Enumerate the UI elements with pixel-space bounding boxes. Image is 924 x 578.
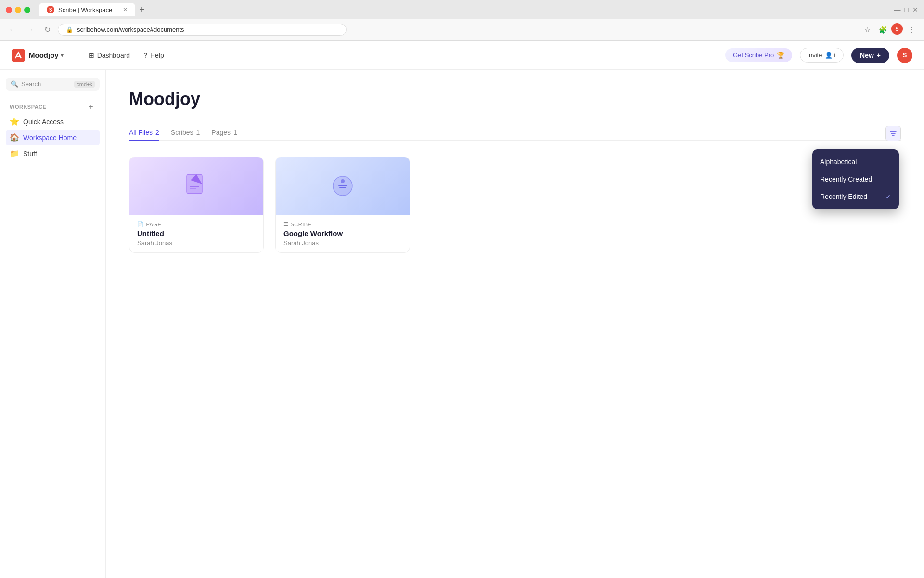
help-nav-item[interactable]: ? Help	[138, 49, 170, 62]
invite-label: Invite	[807, 52, 822, 59]
page-thumb-icon	[181, 171, 212, 201]
bookmark-icon[interactable]: ☆	[860, 23, 874, 37]
app: Moodjoy ▾ ⊞ Dashboard ? Help Get Scribe …	[0, 41, 924, 578]
page-type-icon: 📄	[137, 221, 144, 227]
invite-button[interactable]: Invite 👤+	[800, 48, 844, 63]
sidebar-item-stuff[interactable]: 📁 Stuff	[6, 145, 100, 161]
page-card-name: Untitled	[137, 229, 256, 237]
main-layout: 🔍 Search cmd+k WORKSPACE + ⭐ Quick Acces…	[0, 70, 924, 578]
topbar: Moodjoy ▾ ⊞ Dashboard ? Help Get Scribe …	[0, 41, 924, 70]
tab-scribes[interactable]: Scribes 1	[171, 125, 200, 141]
back-button[interactable]: ←	[6, 23, 19, 37]
sidebar-item-quick-access[interactable]: ⭐ Quick Access	[6, 114, 100, 130]
logo-area: Moodjoy ▾	[12, 49, 64, 62]
page-card-type: 📄 PAGE	[137, 221, 256, 227]
dashboard-icon: ⊞	[89, 52, 94, 59]
workspace-selector[interactable]: Moodjoy ▾	[29, 51, 64, 59]
help-label: Help	[150, 52, 164, 59]
workspace-home-label: Workspace Home	[23, 134, 77, 142]
file-grid: 📄 PAGE Untitled Sarah Jonas	[129, 157, 901, 253]
sort-button[interactable]	[886, 126, 901, 141]
tabs-bar: All Files 2 Scribes 1 Pages 1	[129, 125, 901, 141]
quick-access-label: Quick Access	[23, 118, 64, 126]
svg-rect-0	[12, 49, 25, 62]
page-card-author: Sarah Jonas	[137, 239, 256, 247]
new-tab-button[interactable]: +	[135, 3, 149, 16]
sort-option-alphabetical[interactable]: Alphabetical	[812, 153, 899, 171]
lock-icon: 🔒	[66, 26, 73, 33]
content-area: Moodjoy All Files 2 Scribes 1 Pages 1	[106, 70, 924, 578]
invite-person-icon: 👤+	[825, 52, 836, 59]
scribe-card-author: Sarah Jonas	[283, 239, 402, 247]
workspace-add-button[interactable]: +	[86, 102, 96, 112]
forward-button[interactable]: →	[23, 23, 37, 37]
svg-rect-4	[190, 188, 196, 189]
file-card-google-workflow[interactable]: ☰ SCRIBE Google Workflow Sarah Jonas	[275, 157, 410, 253]
pages-tab-label: Pages	[211, 129, 231, 136]
search-shortcut: cmd+k	[74, 81, 95, 88]
get-pro-button[interactable]: Get Scribe Pro 🏆	[725, 48, 792, 62]
file-card-untitled[interactable]: 📄 PAGE Untitled Sarah Jonas	[129, 157, 264, 253]
tab-favicon: S	[47, 6, 54, 13]
stuff-label: Stuff	[23, 150, 37, 158]
scribe-card-name: Google Workflow	[283, 229, 402, 237]
browser-titlebar: S Scribe | Workspace ✕ + — □ ✕	[0, 0, 924, 19]
profile-icon[interactable]: S	[891, 23, 903, 35]
sidebar: 🔍 Search cmd+k WORKSPACE + ⭐ Quick Acces…	[0, 70, 106, 578]
menu-icon[interactable]: ⋮	[905, 23, 918, 37]
help-icon: ?	[143, 52, 147, 59]
workspace-chevron-icon: ▾	[61, 52, 64, 59]
dashboard-nav-item[interactable]: ⊞ Dashboard	[83, 49, 136, 62]
address-text: scribehow.com/workspace#documents	[77, 26, 184, 33]
scribe-thumb-icon	[327, 171, 358, 201]
sort-recently-edited-label: Recently Edited	[820, 193, 867, 200]
nav-actions: ☆ 🧩 S ⋮	[860, 23, 918, 37]
close-dot[interactable]	[6, 7, 12, 13]
sort-option-recently-created[interactable]: Recently Created	[812, 171, 899, 188]
workspace-name-label: Moodjoy	[29, 51, 59, 59]
new-label: New	[860, 52, 874, 59]
maximize-dot[interactable]	[24, 7, 30, 13]
workspace-home-icon: 🏠	[10, 133, 19, 142]
browser-nav: ← → ↻ 🔒 scribehow.com/workspace#document…	[0, 19, 924, 40]
get-pro-label: Get Scribe Pro	[733, 52, 774, 59]
sort-recently-created-label: Recently Created	[820, 175, 872, 183]
search-box[interactable]: 🔍 Search cmd+k	[6, 78, 100, 91]
quick-access-icon: ⭐	[10, 117, 19, 126]
new-button[interactable]: New +	[851, 48, 889, 63]
topbar-nav: ⊞ Dashboard ? Help	[83, 49, 170, 62]
page-card-body: 📄 PAGE Untitled Sarah Jonas	[129, 215, 263, 252]
window-close-icon[interactable]: ✕	[912, 6, 918, 13]
sort-option-recently-edited[interactable]: Recently Edited ✓	[812, 188, 899, 205]
browser-chrome: S Scribe | Workspace ✕ + — □ ✕ ← → ↻ 🔒 s…	[0, 0, 924, 41]
address-bar[interactable]: 🔒 scribehow.com/workspace#documents	[58, 24, 346, 36]
window-maximize-icon[interactable]: □	[905, 6, 909, 13]
user-avatar[interactable]: S	[897, 48, 912, 63]
window-minimize-icon[interactable]: —	[894, 6, 901, 13]
minimize-dot[interactable]	[15, 7, 21, 13]
all-files-tab-label: All Files	[129, 129, 153, 136]
page-card-thumbnail	[129, 157, 263, 215]
search-placeholder: Search	[21, 80, 41, 88]
reload-button[interactable]: ↻	[40, 23, 54, 37]
tab-title: Scribe | Workspace	[58, 6, 112, 13]
svg-rect-3	[190, 186, 199, 187]
scribe-logo-icon	[12, 49, 25, 62]
tab-all-files[interactable]: All Files 2	[129, 125, 159, 141]
scribe-type-icon: ☰	[283, 221, 289, 227]
tab-close-button[interactable]: ✕	[123, 6, 128, 13]
sort-icon	[889, 130, 897, 137]
workspace-section: WORKSPACE + ⭐ Quick Access 🏠 Workspace H…	[0, 98, 105, 161]
sidebar-item-workspace-home[interactable]: 🏠 Workspace Home	[6, 130, 100, 145]
sort-dropdown: Alphabetical Recently Created Recently E…	[812, 149, 899, 209]
scribes-tab-label: Scribes	[171, 129, 193, 136]
tab-pages[interactable]: Pages 1	[211, 125, 237, 141]
pages-tab-count: 1	[233, 129, 237, 136]
active-tab[interactable]: S Scribe | Workspace ✕	[39, 3, 135, 16]
browser-dots	[6, 7, 30, 13]
scribe-card-thumbnail	[276, 157, 410, 215]
dashboard-label: Dashboard	[97, 52, 130, 59]
sidebar-search-area: 🔍 Search cmd+k	[6, 78, 100, 91]
extensions-icon[interactable]: 🧩	[876, 23, 889, 37]
pro-trophy-icon: 🏆	[777, 52, 784, 59]
